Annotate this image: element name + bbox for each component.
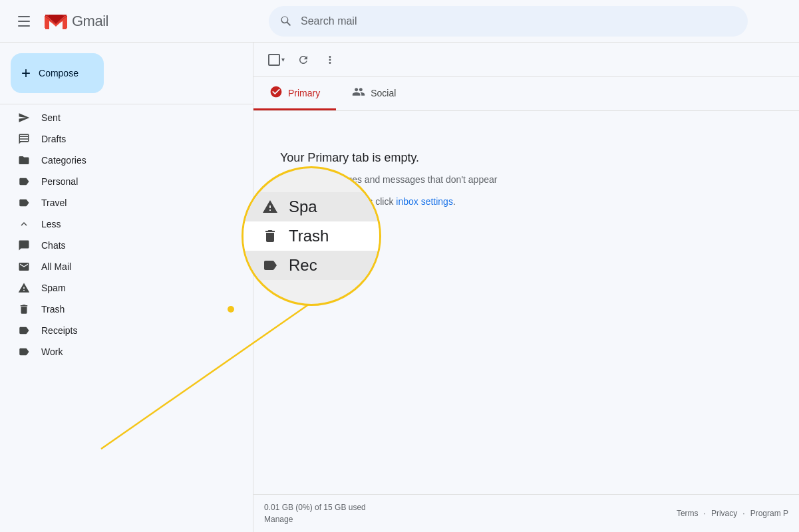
header: Gmail Search mail: [0, 0, 799, 43]
less-icon: [17, 217, 31, 231]
gmail-m-icon: [43, 8, 69, 35]
privacy-link[interactable]: Privacy: [711, 509, 737, 518]
body: + Compose Sent Drafts Categories: [0, 43, 799, 532]
menu-icon[interactable]: [11, 8, 37, 35]
cta-suffix: .: [453, 196, 456, 207]
manage-link[interactable]: Manage: [264, 515, 366, 524]
search-placeholder: Search mail: [301, 15, 737, 27]
program-link[interactable]: Program P: [750, 509, 788, 518]
compose-button[interactable]: + Compose: [11, 53, 104, 93]
sidebar-item-allmail[interactable]: All Mail: [0, 256, 242, 277]
sidebar-item-drafts[interactable]: Drafts: [0, 128, 242, 150]
svg-rect-3: [45, 15, 49, 16]
empty-state-cta: To add or remove tabs click inbox settin…: [280, 195, 772, 209]
sidebar-item-travel[interactable]: Travel: [0, 192, 242, 213]
sidebar-item-work[interactable]: Work: [0, 341, 242, 362]
hamburger-icon: [18, 16, 30, 27]
footer: 0.01 GB (0%) of 15 GB used Manage Terms …: [253, 494, 799, 532]
work-icon: [17, 345, 31, 358]
tab-primary[interactable]: Primary: [253, 77, 336, 110]
trash-icon: [17, 303, 31, 316]
checkbox-icon: [268, 54, 280, 66]
header-left: Gmail: [11, 8, 263, 35]
chats-icon: [17, 239, 31, 252]
personal-label: Personal: [41, 176, 78, 187]
drafts-label: Drafts: [41, 134, 66, 144]
allmail-icon: [17, 260, 31, 273]
categories-label: Categories: [41, 155, 86, 166]
footer-links: Terms · Privacy · Program P: [677, 509, 788, 518]
cta-text: To add or remove tabs click: [280, 196, 396, 207]
main-content: ▾ Primary: [253, 43, 799, 532]
social-tab-icon: [352, 85, 365, 100]
spam-label: Spam: [41, 283, 66, 293]
empty-state-title: Your Primary tab is empty.: [280, 151, 772, 165]
sidebar-item-personal[interactable]: Personal: [0, 171, 242, 192]
travel-label: Travel: [41, 198, 67, 208]
gmail-logo: Gmail: [43, 8, 108, 35]
sent-label: Sent: [41, 112, 61, 123]
sidebar-divider: [0, 104, 253, 104]
categories-icon: [17, 154, 31, 167]
primary-tab-label: Primary: [288, 88, 320, 98]
trash-label: Trash: [41, 304, 65, 315]
tab-social[interactable]: Social: [336, 77, 412, 110]
inbox-settings-link[interactable]: inbox settings: [396, 196, 453, 207]
search-bar[interactable]: Search mail: [269, 6, 748, 37]
storage-text: 0.01 GB (0%) of 15 GB used: [264, 503, 366, 512]
less-label: Less: [41, 219, 61, 229]
storage-info: 0.01 GB (0%) of 15 GB used Manage: [264, 503, 366, 524]
receipts-label: Receipts: [41, 325, 77, 336]
travel-icon: [17, 196, 31, 209]
receipts-icon: [17, 324, 31, 337]
sidebar: + Compose Sent Drafts Categories: [0, 43, 253, 532]
sidebar-item-categories[interactable]: Categories: [0, 150, 242, 171]
sidebar-item-receipts[interactable]: Receipts: [0, 320, 242, 341]
social-tab-label: Social: [371, 88, 396, 98]
compose-plus-icon: +: [21, 64, 31, 82]
sidebar-item-less[interactable]: Less: [0, 213, 242, 235]
app-name: Gmail: [72, 13, 108, 30]
chats-label: Chats: [41, 240, 66, 251]
sidebar-item-spam[interactable]: Spam: [0, 277, 242, 299]
empty-state-description: Personal messages and messages that don'…: [280, 173, 772, 187]
terms-link[interactable]: Terms: [677, 509, 699, 518]
svg-rect-4: [63, 15, 67, 16]
primary-tab-icon: [269, 85, 283, 100]
select-all-button[interactable]: ▾: [264, 51, 289, 68]
more-options-button[interactable]: [318, 48, 342, 72]
search-icon: [279, 15, 293, 28]
refresh-button[interactable]: [291, 48, 315, 72]
compose-label: Compose: [39, 68, 79, 78]
trash-dot-indicator: [228, 306, 234, 313]
dropdown-arrow-icon: ▾: [281, 56, 285, 63]
refresh-icon: [297, 54, 309, 66]
toolbar: ▾: [253, 43, 799, 77]
sidebar-item-sent[interactable]: Sent: [0, 107, 242, 128]
work-label: Work: [41, 346, 63, 357]
drafts-icon: [17, 132, 31, 146]
sent-icon: [17, 111, 31, 124]
empty-state: Your Primary tab is empty. Personal mess…: [253, 111, 799, 494]
spam-icon: [17, 281, 31, 295]
sidebar-item-trash[interactable]: Trash: [0, 299, 242, 320]
more-icon: [324, 54, 336, 66]
personal-icon: [17, 175, 31, 188]
sidebar-item-chats[interactable]: Chats: [0, 235, 242, 256]
inbox-tabs: Primary Social: [253, 77, 799, 111]
allmail-label: All Mail: [41, 261, 71, 272]
